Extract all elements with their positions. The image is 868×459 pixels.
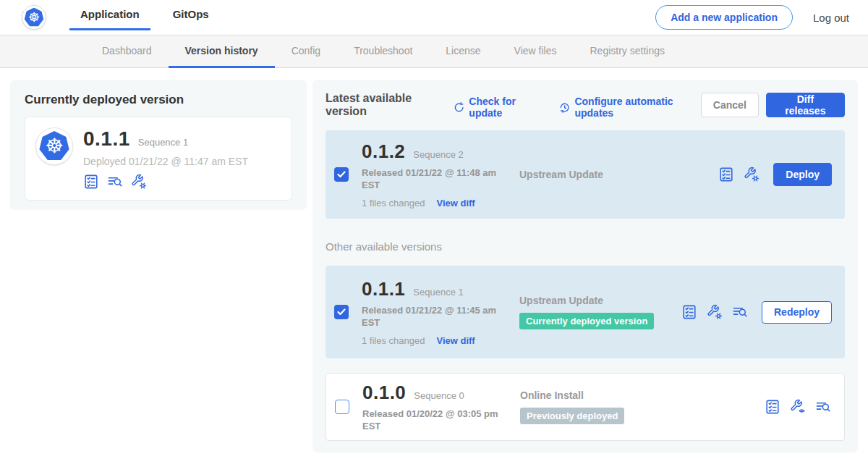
diff-releases-button[interactable]: Diff releases: [766, 93, 845, 117]
deployed-actions: [83, 174, 248, 190]
latest-available-title: Latest available version: [326, 92, 443, 118]
tab-dashboard[interactable]: Dashboard: [85, 35, 169, 68]
view-files-icon[interactable]: [107, 174, 123, 190]
currently-deployed-panel: Currently deployed version ☸ 0.1.1 Seque…: [10, 80, 307, 210]
tab-registry-settings[interactable]: Registry settings: [573, 35, 681, 68]
files-changed-label: 1 files changed: [362, 198, 425, 209]
released-timestamp: Released 01/20/22 @ 03:05 pm EST: [362, 408, 509, 432]
view-diff-link[interactable]: View diff: [436, 198, 475, 209]
deploy-button[interactable]: Deploy: [773, 163, 832, 186]
kubernetes-wheel-icon: ☸: [28, 11, 40, 24]
app-tabs: Application GitOps: [69, 0, 231, 32]
logout-link[interactable]: Log out: [813, 12, 849, 24]
kubernetes-logo[interactable]: ☸: [22, 5, 46, 30]
configure-automatic-updates-label: Configure automatic updates: [574, 96, 700, 119]
kubernetes-heptagon: ☸: [25, 8, 44, 28]
checkmark-icon: [337, 308, 346, 316]
edit-config-icon[interactable]: [744, 167, 760, 182]
currently-deployed-badge: Currently deployed version: [519, 313, 654, 329]
version-checkbox[interactable]: [335, 400, 349, 414]
version-number: 0.1.1: [83, 127, 130, 151]
kubernetes-heptagon: ☸: [39, 131, 69, 161]
previously-deployed-badge: Previously deployed: [520, 408, 624, 424]
version-info: 0.1.1 Sequence 1 Released 01/21/22 @ 11:…: [362, 278, 508, 346]
edit-config-icon[interactable]: [131, 174, 147, 190]
sequence-label: Sequence 2: [413, 149, 463, 160]
version-source: Upstream Update: [508, 169, 718, 180]
sequence-label: Sequence 1: [413, 287, 463, 298]
version-actions: [765, 399, 831, 415]
available-versions-panel: Latest available version Check for updat…: [312, 80, 858, 452]
version-checkbox[interactable]: [334, 305, 349, 319]
version-row-0-1-0: 0.1.0 Sequence 0 Released 01/20/22 @ 03:…: [326, 373, 845, 441]
other-available-versions-title: Other available versions: [326, 240, 845, 253]
tab-version-history[interactable]: Version history: [169, 35, 275, 68]
release-notes-icon[interactable]: [681, 304, 697, 320]
check-for-update-label: Check for update: [469, 96, 543, 119]
cancel-button[interactable]: Cancel: [701, 93, 759, 117]
released-timestamp: Released 01/21/22 @ 11:48 am EST: [362, 167, 508, 191]
version-info: 0.1.2 Sequence 2 Released 01/21/22 @ 11:…: [362, 140, 508, 209]
app-icon: ☸: [35, 127, 73, 165]
version-source: Upstream Update Currently deployed versi…: [508, 295, 681, 329]
version-row-0-1-1: 0.1.1 Sequence 1 Released 01/21/22 @ 11:…: [326, 266, 845, 358]
edit-config-icon[interactable]: [707, 304, 723, 320]
source-label: Upstream Update: [519, 169, 718, 180]
version-checkbox[interactable]: [334, 167, 349, 182]
source-label: Upstream Update: [519, 295, 681, 306]
top-nav-right: Add a new application Log out: [655, 5, 849, 30]
view-diff-link[interactable]: View diff: [436, 335, 475, 346]
refresh-icon: [454, 101, 464, 114]
configure-automatic-updates-link[interactable]: Configure automatic updates: [559, 96, 701, 119]
deployed-version-info: 0.1.1 Sequence 1 Deployed 01/21/22 @ 11:…: [83, 126, 248, 190]
version-actions: Redeploy: [681, 301, 832, 324]
available-panel-header: Latest available version Check for updat…: [326, 91, 845, 119]
checkmark-icon: [337, 171, 346, 178]
tab-view-files[interactable]: View files: [498, 35, 574, 68]
deployed-timestamp: Deployed 01/21/22 @ 11:47 am EST: [83, 156, 248, 167]
tab-application[interactable]: Application: [69, 0, 150, 30]
tab-license[interactable]: License: [429, 35, 497, 68]
released-timestamp: Released 01/21/22 @ 11:45 am EST: [362, 305, 508, 329]
clock-refresh-icon: [559, 101, 570, 114]
sequence-label: Sequence 1: [138, 137, 188, 148]
release-notes-icon[interactable]: [718, 167, 734, 182]
version-number: 0.1.1: [362, 278, 405, 300]
version-info: 0.1.0 Sequence 0 Released 01/20/22 @ 03:…: [362, 382, 509, 432]
sequence-label: Sequence 0: [414, 390, 464, 401]
deployed-panel-title: Currently deployed version: [25, 93, 292, 107]
release-notes-icon[interactable]: [83, 174, 99, 190]
add-application-button[interactable]: Add a new application: [655, 5, 793, 30]
version-source: Online Install Previously deployed: [509, 389, 765, 424]
release-notes-icon[interactable]: [765, 399, 780, 415]
tab-troubleshoot[interactable]: Troubleshoot: [337, 35, 429, 68]
version-row-0-1-2: 0.1.2 Sequence 2 Released 01/21/22 @ 11:…: [326, 130, 845, 219]
view-files-icon[interactable]: [815, 399, 831, 415]
view-config-icon[interactable]: [790, 399, 806, 415]
tab-config[interactable]: Config: [275, 35, 337, 68]
version-number: 0.1.2: [362, 140, 405, 163]
deployed-version-card: ☸ 0.1.1 Sequence 1 Deployed 01/21/22 @ 1…: [25, 117, 292, 201]
version-number: 0.1.0: [362, 382, 406, 404]
view-files-icon[interactable]: [732, 304, 748, 320]
check-for-update-link[interactable]: Check for update: [454, 96, 543, 119]
top-nav: ☸ Application GitOps Add a new applicati…: [0, 0, 868, 35]
tab-gitops[interactable]: GitOps: [162, 0, 220, 30]
source-label: Online Install: [520, 389, 765, 401]
files-changed-label: 1 files changed: [362, 335, 425, 346]
main-content: Currently deployed version ☸ 0.1.1 Seque…: [0, 68, 868, 452]
version-actions: Deploy: [718, 163, 832, 186]
app-sub-nav: Dashboard Version history Config Trouble…: [0, 35, 868, 68]
kubernetes-wheel-icon: ☸: [45, 136, 63, 156]
redeploy-button[interactable]: Redeploy: [762, 301, 832, 324]
